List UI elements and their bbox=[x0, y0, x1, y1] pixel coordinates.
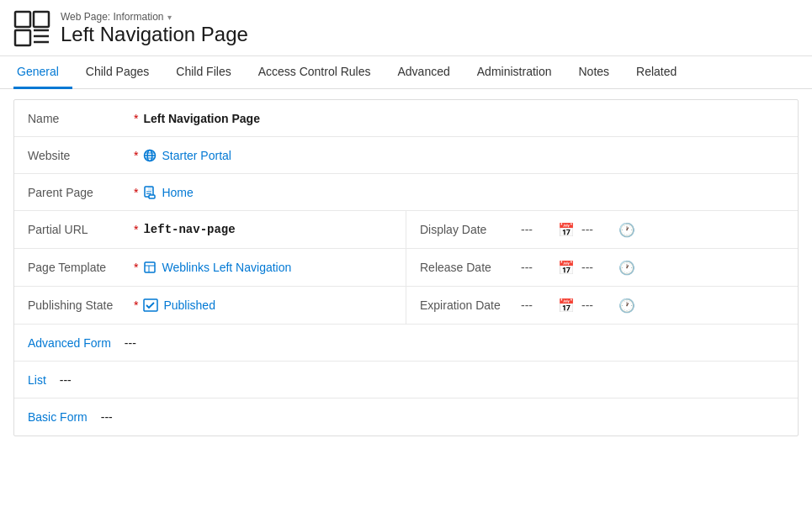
website-label: Website bbox=[28, 149, 129, 162]
tab-related[interactable]: Related bbox=[623, 56, 690, 89]
name-row: Name * Left Navigation Page bbox=[14, 100, 798, 137]
name-required: * bbox=[134, 112, 138, 125]
template-icon bbox=[143, 261, 157, 274]
svg-rect-12 bbox=[148, 187, 153, 191]
basic-form-label-link[interactable]: Basic Form bbox=[28, 410, 88, 424]
display-date-field: --- 📅 --- 🕐 bbox=[521, 222, 635, 238]
display-date-dash1: --- bbox=[521, 223, 551, 236]
display-date-label: Display Date bbox=[420, 223, 521, 236]
globe-icon bbox=[143, 149, 157, 162]
page-template-required: * bbox=[134, 261, 138, 274]
tab-bar: General Child Pages Child Files Access C… bbox=[0, 56, 812, 89]
display-date-dash2: --- bbox=[581, 223, 612, 236]
breadcrumb-text: Web Page: Information bbox=[61, 11, 164, 23]
tab-child-pages[interactable]: Child Pages bbox=[72, 56, 163, 89]
release-date-field: --- 📅 --- 🕐 bbox=[521, 260, 635, 276]
tab-administration[interactable]: Administration bbox=[464, 56, 565, 89]
published-icon bbox=[143, 298, 158, 312]
svg-rect-2 bbox=[34, 12, 49, 27]
page-header: Web Page: Information ▾ Left Navigation … bbox=[0, 0, 812, 56]
basic-form-row: Basic Form --- bbox=[14, 399, 798, 435]
publishing-state-required: * bbox=[134, 298, 138, 312]
website-value-link[interactable]: Starter Portal bbox=[143, 149, 231, 162]
list-row: List --- bbox=[14, 362, 798, 399]
release-date-label: Release Date bbox=[420, 261, 521, 274]
partial-url-col: Partial URL * left-nav-page bbox=[14, 211, 406, 248]
tab-notes[interactable]: Notes bbox=[565, 56, 623, 89]
parent-page-value-link[interactable]: Home bbox=[143, 186, 193, 199]
page-title: Left Navigation Page bbox=[61, 23, 248, 46]
tab-general[interactable]: General bbox=[13, 56, 72, 89]
breadcrumb[interactable]: Web Page: Information ▾ bbox=[61, 11, 248, 23]
expiration-date-time-icon[interactable]: 🕐 bbox=[618, 298, 635, 314]
page-template-col: Page Template * Weblinks Left Navigation bbox=[14, 249, 406, 286]
svg-rect-15 bbox=[149, 195, 155, 198]
partial-url-label: Partial URL bbox=[28, 223, 129, 236]
release-date-dash2: --- bbox=[581, 261, 612, 274]
release-date-col: Release Date --- 📅 --- 🕐 bbox=[406, 249, 798, 286]
page-template-value-link[interactable]: Weblinks Left Navigation bbox=[143, 261, 291, 274]
parent-page-label: Parent Page bbox=[28, 186, 129, 199]
display-date-calendar-icon[interactable]: 📅 bbox=[558, 222, 575, 238]
parent-page-required: * bbox=[134, 186, 138, 199]
display-date-col: Display Date --- 📅 --- 🕐 bbox=[406, 211, 798, 248]
svg-rect-1 bbox=[15, 30, 30, 45]
publishing-state-label: Publishing State bbox=[28, 298, 129, 312]
app-logo bbox=[13, 10, 50, 47]
svg-rect-0 bbox=[15, 12, 30, 27]
display-date-time-icon[interactable]: 🕐 bbox=[618, 222, 635, 238]
header-text: Web Page: Information ▾ Left Navigation … bbox=[61, 11, 248, 46]
page-icon bbox=[143, 186, 157, 199]
parent-page-value: Home bbox=[162, 186, 193, 199]
partial-url-display-date-row: Partial URL * left-nav-page Display Date… bbox=[14, 211, 798, 249]
partial-url-value: left-nav-page bbox=[143, 223, 235, 236]
main-content: Name * Left Navigation Page Website * St… bbox=[0, 99, 812, 450]
publishing-state-expiration-date-row: Publishing State * Published Expiration … bbox=[14, 287, 798, 325]
page-template-release-date-row: Page Template * Weblinks Left Navigation… bbox=[14, 249, 798, 287]
tab-child-files[interactable]: Child Files bbox=[162, 56, 244, 89]
breadcrumb-chevron-icon: ▾ bbox=[167, 13, 172, 22]
expiration-date-dash1: --- bbox=[521, 298, 551, 312]
form-section: Name * Left Navigation Page Website * St… bbox=[13, 99, 799, 436]
tab-advanced[interactable]: Advanced bbox=[385, 56, 464, 89]
list-value: --- bbox=[60, 373, 72, 387]
publishing-state-value-link[interactable]: Published bbox=[143, 298, 215, 312]
parent-page-row: Parent Page * Home bbox=[14, 174, 798, 211]
release-date-calendar-icon[interactable]: 📅 bbox=[558, 260, 575, 276]
release-date-dash1: --- bbox=[521, 261, 551, 274]
expiration-date-label: Expiration Date bbox=[420, 298, 521, 312]
partial-url-required: * bbox=[134, 223, 138, 236]
expiration-date-dash2: --- bbox=[581, 298, 612, 312]
publishing-state-value: Published bbox=[163, 298, 215, 312]
page-template-label: Page Template bbox=[28, 261, 129, 274]
name-label: Name bbox=[28, 112, 129, 125]
expiration-date-field: --- 📅 --- 🕐 bbox=[521, 298, 635, 314]
website-required: * bbox=[134, 149, 138, 162]
advanced-form-value: --- bbox=[125, 336, 136, 350]
list-label-link[interactable]: List bbox=[28, 373, 46, 387]
page-template-value: Weblinks Left Navigation bbox=[162, 261, 291, 274]
name-value: Left Navigation Page bbox=[143, 112, 259, 125]
expiration-date-col: Expiration Date --- 📅 --- 🕐 bbox=[406, 287, 798, 324]
svg-rect-16 bbox=[145, 262, 155, 272]
website-row: Website * Starter Portal bbox=[14, 137, 798, 174]
website-value: Starter Portal bbox=[162, 149, 231, 162]
publishing-state-col: Publishing State * Published bbox=[14, 287, 406, 324]
advanced-form-row: Advanced Form --- bbox=[14, 325, 798, 362]
tab-access-control-rules[interactable]: Access Control Rules bbox=[245, 56, 385, 89]
basic-form-value: --- bbox=[101, 410, 113, 424]
expiration-date-calendar-icon[interactable]: 📅 bbox=[558, 298, 575, 314]
advanced-form-label-link[interactable]: Advanced Form bbox=[28, 336, 111, 350]
release-date-time-icon[interactable]: 🕐 bbox=[618, 260, 635, 276]
